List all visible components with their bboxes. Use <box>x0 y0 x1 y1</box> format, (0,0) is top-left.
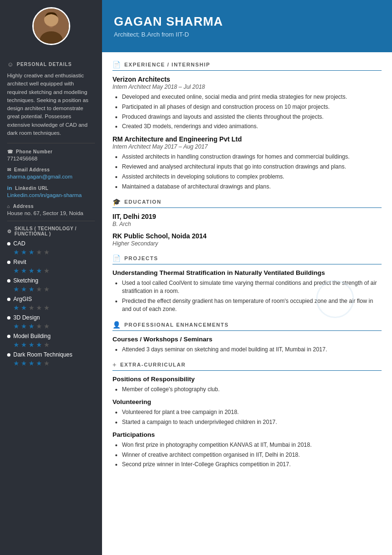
star-filled: ★ <box>13 322 20 329</box>
star-filled: ★ <box>36 267 43 273</box>
linkedin-link[interactable]: Linkedin.com/in/gagan-sharma <box>7 192 82 198</box>
experience-label: EXPERIENCE / INTERNSHIP <box>124 62 210 67</box>
company-name: RM Architecture and Engineering Pvt Ltd <box>112 135 382 143</box>
phone-icon: ☎ <box>7 149 13 154</box>
job-bullet: Maintained a database of architectural d… <box>122 183 382 191</box>
extra-bullet: Winner of creative architect competition… <box>122 451 382 459</box>
projects-label: PROJECTS <box>124 255 158 261</box>
header-left <box>0 0 102 52</box>
company-name: Verizon Architects <box>112 75 382 83</box>
phone-label: ☎ Phone Number <box>7 149 95 154</box>
skill-item: CAD★★★★★ <box>7 240 95 255</box>
star-empty: ★ <box>44 248 50 255</box>
skill-name: CAD <box>7 240 95 247</box>
professional-bullets: Attended 3 days seminar on sketching and… <box>112 346 382 354</box>
experience-section: 📄 EXPERIENCE / INTERNSHIP Verizon Archit… <box>112 61 382 190</box>
star-filled: ★ <box>13 341 20 348</box>
extra-sub-title: Volunteering <box>112 398 382 405</box>
person-icon: ☺ <box>7 61 14 68</box>
star-filled: ★ <box>21 248 28 255</box>
address-value: House no. 67, Sector 19, Noida <box>7 210 95 216</box>
star-filled: ★ <box>36 341 43 348</box>
avatar <box>32 7 70 45</box>
skill-stars: ★★★★★ <box>13 304 95 310</box>
experience-list: Verizon ArchitectsIntern Architect May 2… <box>112 75 382 190</box>
star-filled: ★ <box>13 248 20 255</box>
projects-section: 📄 PROJECTS Understanding Thermal Stratif… <box>112 254 382 313</box>
project-name: Understanding Thermal Stratification in … <box>112 269 382 276</box>
header-right: GAGAN SHARMA Architect; B.Arch from IIT-… <box>102 0 392 52</box>
star-empty: ★ <box>44 285 50 292</box>
star-filled: ★ <box>21 341 28 348</box>
skill-stars: ★★★★★ <box>13 248 95 255</box>
skill-name: Sketching <box>7 277 95 284</box>
star-filled: ★ <box>28 267 35 273</box>
extracurricular-list: Positions of ResponsibilityMember of col… <box>112 376 382 469</box>
email-link[interactable]: sharma.gagan@gmail.com <box>7 174 73 179</box>
experience-header: 📄 EXPERIENCE / INTERNSHIP <box>112 61 382 71</box>
star-filled: ★ <box>21 359 28 366</box>
skill-stars: ★★★★★ <box>13 267 95 273</box>
star-empty: ★ <box>44 341 50 348</box>
star-empty: ★ <box>36 285 43 292</box>
edu-item: IIT, Delhi 2019B. Arch <box>112 213 382 227</box>
extracurricular-header: + EXTRA-CURRICULAR <box>112 361 382 371</box>
extracurricular-section: + EXTRA-CURRICULAR Positions of Responsi… <box>112 361 382 469</box>
star-filled: ★ <box>21 322 28 329</box>
star-empty: ★ <box>36 322 43 329</box>
skill-item: Sketching★★★★★ <box>7 277 95 292</box>
star-empty: ★ <box>44 304 50 310</box>
skill-item: ArgGIS★★★★★ <box>7 296 95 310</box>
skill-item: Model Building★★★★★ <box>7 333 95 348</box>
star-filled: ★ <box>28 285 35 292</box>
projects-icon: 📄 <box>112 254 121 262</box>
job-bullets: Assisted architects in handling construc… <box>112 153 382 190</box>
extra-bullet: Volunteered for plant a tree campaign in… <box>122 408 382 416</box>
star-filled: ★ <box>13 285 20 292</box>
email-icon: ✉ <box>7 167 11 172</box>
star-empty: ★ <box>44 267 50 273</box>
skill-item: Revit★★★★★ <box>7 259 95 273</box>
extra-bullet: Second prize winner in Inter-College Gra… <box>122 461 382 469</box>
extra-bullets: Member of college's photography club. <box>112 386 382 394</box>
professional-section: 👤 PROFESSIONAL ENHANCEMENTS Courses / Wo… <box>112 321 382 354</box>
linkedin-label: in Linkedin URL <box>7 185 95 191</box>
divider-1 <box>7 143 95 143</box>
candidate-title: Architect; B.Arch from IIT-D <box>114 31 380 38</box>
job-bullet: Produced drawings and layouts and assist… <box>122 113 382 121</box>
edu-item: RK Public School, Noida 2014Higher Secon… <box>112 232 382 247</box>
address-icon: ⌂ <box>7 204 10 209</box>
extra-sub-title: Participations <box>112 431 382 438</box>
star-filled: ★ <box>21 285 28 292</box>
star-filled: ★ <box>21 304 28 310</box>
job-bullet: Assisted architects in developing soluti… <box>122 173 382 181</box>
divider-2 <box>7 221 95 221</box>
star-empty: ★ <box>28 304 35 310</box>
job-bullet: Participated in all phases of design and… <box>122 103 382 111</box>
skill-stars: ★★★★★ <box>13 359 95 366</box>
job-bullet: Created 3D models, renderings and video … <box>122 122 382 131</box>
edu-name: IIT, Delhi 2019 <box>112 213 382 220</box>
star-empty: ★ <box>44 359 50 366</box>
job-bullet: Developed and executed online, social me… <box>122 93 382 101</box>
education-header: 🎓 EDUCATION <box>112 198 382 208</box>
extracurricular-label: EXTRA-CURRICULAR <box>120 362 186 367</box>
professional-sub-title: Courses / Workshops / Seminars <box>112 336 382 343</box>
project-bullet: Predicted the effect density gradient ha… <box>122 297 382 313</box>
address-label: ⌂ Address <box>7 204 95 209</box>
star-filled: ★ <box>13 267 20 273</box>
star-filled: ★ <box>28 359 35 366</box>
skills-heading: ⚙ SKILLS ( TECHNOLOGY / FUNCTIONAL ) <box>7 226 95 236</box>
company-role: Intern Architect May 2017 – Aug 2017 <box>112 143 382 150</box>
job-item: RM Architecture and Engineering Pvt LtdI… <box>112 135 382 190</box>
header: GAGAN SHARMA Architect; B.Arch from IIT-… <box>0 0 392 52</box>
star-filled: ★ <box>21 267 28 273</box>
projects-list: Understanding Thermal Stratification in … <box>112 269 382 313</box>
skill-name: ArgGIS <box>7 296 95 302</box>
company-role: Intern Architect May 2018 – Jul 2018 <box>112 84 382 90</box>
extra-bullet: Member of college's photography club. <box>122 386 382 394</box>
email-value: sharma.gagan@gmail.com <box>7 174 95 179</box>
job-bullet: Reviewed and analysed architectural inpu… <box>122 163 382 171</box>
skill-name: 3D Design <box>7 314 95 321</box>
job-item: Verizon ArchitectsIntern Architect May 2… <box>112 75 382 131</box>
